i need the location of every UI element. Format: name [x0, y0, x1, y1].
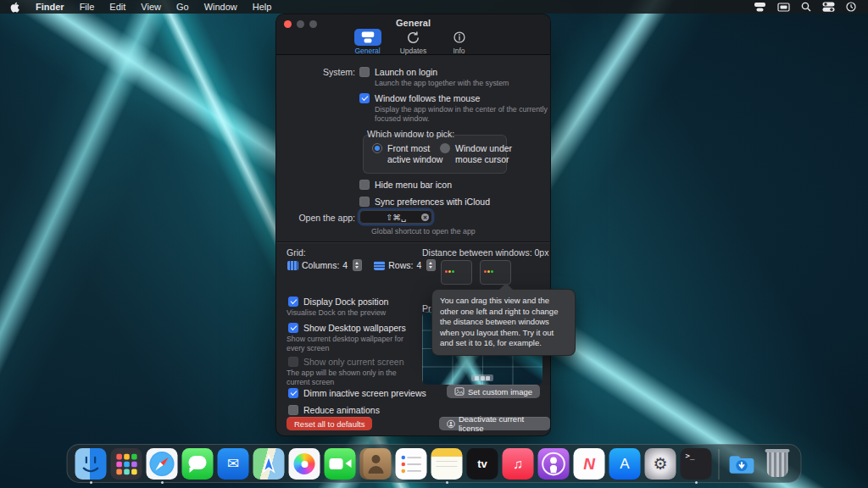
system-settings-icon: ⚙ [645, 448, 676, 480]
window-follows-checkbox[interactable] [359, 93, 370, 103]
dock-app-music[interactable]: ♫ [503, 448, 534, 483]
menu-go[interactable]: Go [176, 2, 189, 12]
shortcut-field[interactable]: ⇧⌘␣ ✕ [359, 210, 432, 224]
dock-app-messages[interactable] [182, 448, 214, 483]
which-window-group: Front most active window Window under mo… [363, 135, 507, 174]
mail-icon: ✉ [218, 448, 249, 480]
terminal-icon: >_ [681, 448, 712, 480]
dock-app-appstore[interactable]: A [609, 448, 641, 483]
menu-window[interactable]: Window [204, 2, 237, 12]
preferences-window: General General Updates Info System: [275, 14, 551, 436]
columns-icon [287, 261, 298, 270]
dock-app-contacts[interactable] [360, 448, 392, 483]
reset-defaults-button[interactable]: Reset all to defaults [287, 417, 372, 430]
dock-app-mail[interactable]: ✉ [218, 448, 249, 483]
dock-app-settings[interactable]: ⚙ [645, 448, 676, 483]
menu-help[interactable]: Help [253, 2, 272, 12]
dock-folder-downloads[interactable] [726, 448, 758, 483]
distance-window-right[interactable] [480, 260, 511, 285]
distance-window-left[interactable] [441, 260, 472, 285]
display-dock-checkbox[interactable] [288, 297, 298, 307]
running-indicator [161, 481, 164, 484]
tab-general[interactable]: General [349, 29, 387, 55]
window-title: General [276, 18, 550, 28]
system-section-label: System: [276, 67, 355, 77]
clear-shortcut-icon[interactable]: ✕ [421, 214, 429, 221]
display-dock-caption: Visualise Dock on the preview [287, 308, 418, 318]
hide-menu-bar-checkbox[interactable] [359, 180, 370, 190]
shortcut-value: ⇧⌘␣ [386, 213, 406, 222]
dimm-inactive-row: Dimm inactive screen previews [288, 388, 426, 398]
menu-bar: Finder File Edit View Go Window Help [0, 0, 868, 14]
tv-icon: tv [467, 448, 498, 480]
show-wallpapers-caption: Show current desktop wallpaper for every… [287, 335, 415, 354]
tab-info[interactable]: Info [441, 29, 478, 55]
dock-app-news[interactable]: N [574, 448, 605, 483]
dock-app-notes[interactable] [431, 448, 463, 483]
dock-app-reminders[interactable] [396, 448, 427, 483]
front-most-label: Front most active window [387, 143, 443, 165]
rows-label: Rows: [388, 260, 413, 270]
launch-on-login-checkbox[interactable] [359, 67, 370, 77]
dock-app-launchpad[interactable] [111, 448, 142, 483]
appstore-glyph: A [620, 456, 629, 473]
launch-on-login-row: Launch on login [359, 67, 437, 77]
dock-app-facetime[interactable] [325, 448, 356, 483]
menu-file[interactable]: File [80, 2, 95, 12]
under-mouse-radio[interactable] [440, 143, 450, 153]
apple-menu[interactable] [10, 2, 19, 13]
window-manager-icon[interactable] [754, 2, 766, 12]
deactivate-license-button[interactable]: Deactivate current license [439, 417, 550, 430]
open-app-label: Open the app: [276, 213, 355, 223]
dock-app-safari[interactable] [147, 448, 178, 483]
stacked-windows-icon [354, 29, 381, 46]
dock-app-maps[interactable] [253, 448, 285, 483]
rows-icon [374, 261, 385, 270]
rows-stepper[interactable] [426, 259, 436, 271]
only-current-checkbox[interactable] [288, 357, 298, 367]
columns-label: Columns: [302, 260, 339, 270]
image-icon [454, 387, 465, 396]
columns-stepper[interactable] [353, 259, 362, 271]
set-custom-image-label: Set custom image [468, 387, 532, 396]
distance-label: Distance between windows: 0px [422, 247, 548, 258]
show-wallpapers-row: Show Desktop wallpapers [288, 323, 406, 333]
display-icon[interactable] [777, 3, 790, 12]
maps-icon [253, 448, 285, 480]
dock: ✉ tv ♫ N A ⚙ >_ [67, 444, 802, 483]
dock-app-terminal[interactable]: >_ [681, 448, 712, 483]
photos-icon [289, 448, 320, 480]
clock-icon[interactable] [846, 2, 856, 12]
menu-edit[interactable]: Edit [109, 2, 125, 12]
menu-view[interactable]: View [141, 2, 161, 12]
prompt-glyph: >_ [686, 452, 695, 460]
preview-dock-indicator [471, 374, 493, 381]
news-icon: N [574, 448, 605, 480]
only-current-row: Show only current screen [288, 357, 403, 367]
music-note-glyph: ♫ [513, 457, 523, 472]
dock-app-tv[interactable]: tv [467, 448, 498, 483]
control-center-icon[interactable] [822, 2, 835, 12]
show-wallpapers-checkbox[interactable] [288, 323, 298, 333]
dimm-inactive-checkbox[interactable] [288, 388, 298, 398]
reduce-animations-checkbox[interactable] [288, 405, 298, 415]
hide-menu-bar-row: Hide menu bar icon [359, 180, 452, 190]
dock-app-finder[interactable] [75, 448, 107, 483]
front-most-radio[interactable] [372, 143, 382, 153]
tab-updates[interactable]: Updates [395, 29, 432, 55]
set-custom-image-button[interactable]: Set custom image [447, 385, 540, 398]
display-dock-row: Display Dock position [288, 297, 388, 307]
safari-icon [147, 448, 178, 480]
dock-separator [719, 449, 720, 480]
dock-app-podcasts[interactable] [538, 448, 570, 483]
menu-finder[interactable]: Finder [36, 2, 64, 12]
dimm-inactive-label: Dimm inactive screen previews [303, 388, 426, 398]
sync-icloud-checkbox[interactable] [359, 197, 370, 207]
gear-glyph: ⚙ [653, 454, 667, 474]
front-most-option: Front most active window [372, 143, 443, 165]
refresh-icon [400, 29, 427, 46]
dock-trash[interactable] [762, 448, 793, 483]
dock-app-photos[interactable] [289, 448, 320, 483]
grid-controls: Columns: 4 Rows: 4 [287, 259, 436, 271]
spotlight-icon[interactable] [801, 2, 811, 12]
